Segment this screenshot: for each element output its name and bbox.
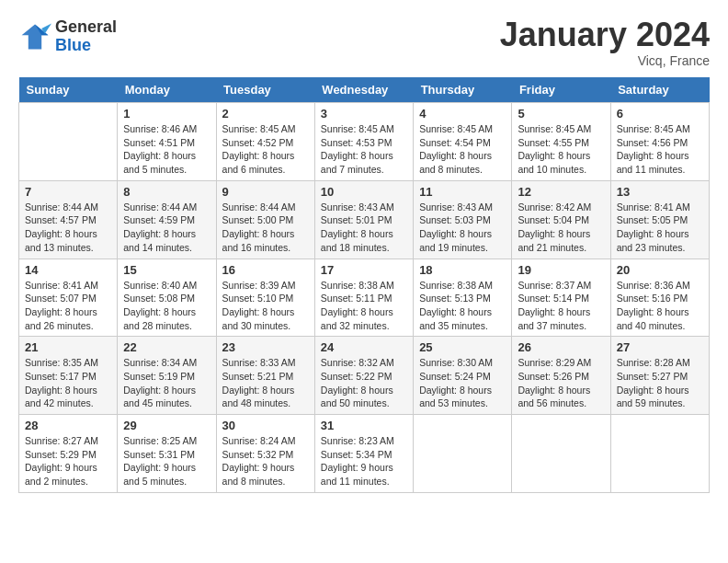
- weekday-header-thursday: Thursday: [414, 77, 512, 103]
- calendar-cell: 1Sunrise: 8:46 AMSunset: 4:51 PMDaylight…: [118, 103, 216, 181]
- weekday-header-sunday: Sunday: [19, 77, 118, 103]
- sunrise-text: Sunrise: 8:25 AM: [123, 434, 210, 448]
- sunrise-text: Sunrise: 8:36 AM: [617, 279, 703, 293]
- location: Vicq, France: [500, 53, 710, 68]
- sunrise-text: Sunrise: 8:44 AM: [222, 201, 309, 214]
- logo-text: General Blue: [55, 18, 117, 55]
- daylight-text: Daylight: 8 hours and 23 minutes.: [617, 227, 703, 254]
- sunrise-text: Sunrise: 8:45 AM: [419, 122, 506, 136]
- day-number: 29: [123, 419, 210, 432]
- calendar-cell: 16Sunrise: 8:39 AMSunset: 5:10 PMDayligh…: [216, 259, 314, 337]
- day-info: Sunrise: 8:45 AMSunset: 4:52 PMDaylight:…: [222, 122, 309, 177]
- day-info: Sunrise: 8:25 AMSunset: 5:31 PMDaylight:…: [123, 434, 210, 488]
- day-info: Sunrise: 8:24 AMSunset: 5:32 PMDaylight:…: [222, 434, 309, 488]
- sunset-text: Sunset: 5:01 PM: [321, 213, 407, 227]
- day-info: Sunrise: 8:27 AMSunset: 5:29 PMDaylight:…: [25, 434, 111, 488]
- sunset-text: Sunset: 5:03 PM: [419, 213, 506, 227]
- daylight-text: Daylight: 8 hours and 6 minutes.: [222, 149, 309, 176]
- daylight-text: Daylight: 8 hours and 37 minutes.: [518, 305, 604, 332]
- calendar-cell: 2Sunrise: 8:45 AMSunset: 4:52 PMDaylight…: [216, 103, 314, 181]
- day-number: 12: [518, 185, 604, 199]
- calendar-cell: 21Sunrise: 8:35 AMSunset: 5:17 PMDayligh…: [19, 337, 118, 415]
- sunset-text: Sunset: 5:14 PM: [518, 292, 604, 305]
- sunrise-text: Sunrise: 8:32 AM: [321, 356, 407, 370]
- calendar-cell: 25Sunrise: 8:30 AMSunset: 5:24 PMDayligh…: [414, 337, 512, 415]
- day-info: Sunrise: 8:46 AMSunset: 4:51 PMDaylight:…: [123, 122, 210, 177]
- calendar-cell: 17Sunrise: 8:38 AMSunset: 5:11 PMDayligh…: [314, 259, 413, 337]
- day-number: 30: [222, 419, 309, 432]
- calendar-cell: 11Sunrise: 8:43 AMSunset: 5:03 PMDayligh…: [414, 180, 512, 259]
- sunrise-text: Sunrise: 8:37 AM: [518, 279, 604, 293]
- sunrise-text: Sunrise: 8:23 AM: [321, 434, 407, 448]
- sunrise-text: Sunrise: 8:43 AM: [321, 201, 407, 214]
- calendar-cell: 12Sunrise: 8:42 AMSunset: 5:04 PMDayligh…: [512, 180, 610, 259]
- daylight-text: Daylight: 8 hours and 32 minutes.: [321, 305, 407, 332]
- daylight-text: Daylight: 8 hours and 7 minutes.: [321, 149, 407, 176]
- sunset-text: Sunset: 4:54 PM: [419, 136, 506, 150]
- sunset-text: Sunset: 4:59 PM: [123, 213, 210, 227]
- day-info: Sunrise: 8:43 AMSunset: 5:01 PMDaylight:…: [321, 201, 407, 255]
- sunset-text: Sunset: 5:07 PM: [25, 292, 111, 305]
- daylight-text: Daylight: 9 hours and 5 minutes.: [123, 461, 210, 488]
- sunset-text: Sunset: 5:22 PM: [321, 370, 407, 384]
- daylight-text: Daylight: 8 hours and 35 minutes.: [419, 305, 506, 332]
- day-number: 23: [222, 340, 309, 354]
- sunrise-text: Sunrise: 8:30 AM: [419, 356, 506, 370]
- calendar-header-row: SundayMondayTuesdayWednesdayThursdayFrid…: [19, 77, 710, 103]
- daylight-text: Daylight: 8 hours and 26 minutes.: [25, 305, 111, 332]
- day-info: Sunrise: 8:41 AMSunset: 5:07 PMDaylight:…: [25, 279, 111, 333]
- day-number: 3: [321, 107, 407, 121]
- day-info: Sunrise: 8:30 AMSunset: 5:24 PMDaylight:…: [419, 356, 506, 410]
- weekday-header-saturday: Saturday: [610, 77, 709, 103]
- calendar-cell: 4Sunrise: 8:45 AMSunset: 4:54 PMDaylight…: [414, 103, 512, 181]
- day-info: Sunrise: 8:45 AMSunset: 4:55 PMDaylight:…: [518, 122, 604, 177]
- calendar-week-row: 28Sunrise: 8:27 AMSunset: 5:29 PMDayligh…: [19, 415, 710, 493]
- day-info: Sunrise: 8:28 AMSunset: 5:27 PMDaylight:…: [617, 356, 703, 410]
- calendar-cell: 27Sunrise: 8:28 AMSunset: 5:27 PMDayligh…: [610, 337, 709, 415]
- day-number: 6: [617, 107, 703, 121]
- calendar-cell: 29Sunrise: 8:25 AMSunset: 5:31 PMDayligh…: [118, 415, 216, 493]
- calendar-cell: [19, 103, 118, 181]
- sunrise-text: Sunrise: 8:45 AM: [321, 122, 407, 136]
- sunrise-text: Sunrise: 8:33 AM: [222, 356, 309, 370]
- calendar-cell: 18Sunrise: 8:38 AMSunset: 5:13 PMDayligh…: [414, 259, 512, 337]
- calendar-cell: [414, 415, 512, 493]
- sunset-text: Sunset: 5:32 PM: [222, 448, 309, 462]
- calendar-cell: 10Sunrise: 8:43 AMSunset: 5:01 PMDayligh…: [314, 180, 413, 259]
- sunset-text: Sunset: 5:19 PM: [123, 370, 210, 384]
- sunrise-text: Sunrise: 8:34 AM: [123, 356, 210, 370]
- sunset-text: Sunset: 5:21 PM: [222, 370, 309, 384]
- day-number: 22: [123, 340, 210, 354]
- calendar-cell: 3Sunrise: 8:45 AMSunset: 4:53 PMDaylight…: [314, 103, 413, 181]
- sunset-text: Sunset: 5:04 PM: [518, 213, 604, 227]
- sunset-text: Sunset: 5:31 PM: [123, 448, 210, 462]
- sunset-text: Sunset: 5:13 PM: [419, 292, 506, 305]
- day-number: 9: [222, 185, 309, 199]
- calendar-cell: 14Sunrise: 8:41 AMSunset: 5:07 PMDayligh…: [19, 259, 118, 337]
- sunrise-text: Sunrise: 8:42 AM: [518, 201, 604, 214]
- calendar-week-row: 1Sunrise: 8:46 AMSunset: 4:51 PMDaylight…: [19, 103, 710, 181]
- day-number: 31: [321, 419, 407, 432]
- day-info: Sunrise: 8:44 AMSunset: 4:59 PMDaylight:…: [123, 201, 210, 255]
- sunrise-text: Sunrise: 8:35 AM: [25, 356, 111, 370]
- weekday-header-friday: Friday: [512, 77, 610, 103]
- daylight-text: Daylight: 8 hours and 42 minutes.: [25, 384, 111, 410]
- calendar-cell: 22Sunrise: 8:34 AMSunset: 5:19 PMDayligh…: [118, 337, 216, 415]
- logo-bird-icon: [18, 20, 51, 53]
- daylight-text: Daylight: 9 hours and 8 minutes.: [222, 461, 309, 488]
- day-info: Sunrise: 8:44 AMSunset: 4:57 PMDaylight:…: [25, 201, 111, 255]
- weekday-header-monday: Monday: [118, 77, 216, 103]
- sunrise-text: Sunrise: 8:45 AM: [518, 122, 604, 136]
- sunset-text: Sunset: 5:34 PM: [321, 448, 407, 462]
- sunset-text: Sunset: 4:55 PM: [518, 136, 604, 150]
- day-info: Sunrise: 8:39 AMSunset: 5:10 PMDaylight:…: [222, 279, 309, 333]
- sunset-text: Sunset: 4:51 PM: [123, 136, 210, 150]
- sunrise-text: Sunrise: 8:28 AM: [617, 356, 703, 370]
- calendar-week-row: 14Sunrise: 8:41 AMSunset: 5:07 PMDayligh…: [19, 259, 710, 337]
- day-number: 18: [419, 263, 506, 277]
- day-number: 28: [25, 419, 111, 432]
- logo: General Blue: [18, 18, 117, 55]
- day-number: 21: [25, 340, 111, 354]
- daylight-text: Daylight: 8 hours and 50 minutes.: [321, 384, 407, 410]
- calendar-table: SundayMondayTuesdayWednesdayThursdayFrid…: [18, 77, 710, 493]
